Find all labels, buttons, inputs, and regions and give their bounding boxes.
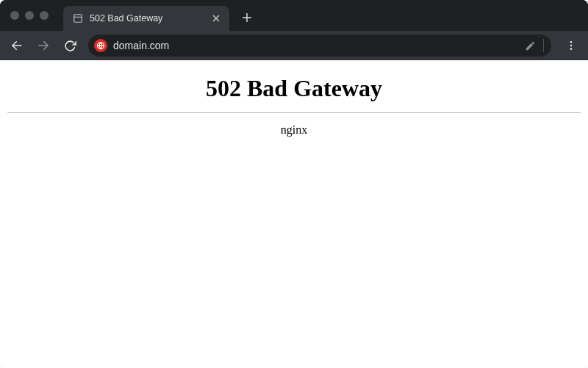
edit-url-icon[interactable] — [525, 40, 537, 51]
close-window-button[interactable] — [10, 11, 19, 20]
site-identity-icon[interactable] — [94, 39, 107, 52]
address-bar[interactable]: domain.com — [88, 35, 551, 57]
new-tab-button[interactable] — [237, 7, 257, 28]
back-button[interactable] — [6, 35, 28, 57]
page-content: 502 Bad Gateway nginx — [0, 60, 588, 368]
browser-menu-button[interactable] — [560, 35, 582, 57]
tab-bar: 502 Bad Gateway — [0, 0, 588, 31]
toolbar: domain.com — [0, 31, 588, 60]
reload-button[interactable] — [59, 35, 81, 57]
svg-point-10 — [570, 45, 573, 47]
svg-rect-0 — [74, 15, 82, 23]
address-divider — [543, 39, 544, 52]
svg-point-11 — [570, 48, 573, 50]
browser-chrome: 502 Bad Gateway — [0, 0, 588, 60]
maximize-window-button[interactable] — [40, 11, 49, 20]
error-heading: 502 Bad Gateway — [0, 75, 588, 102]
window-controls — [7, 11, 56, 20]
tab-title: 502 Bad Gateway — [90, 13, 204, 24]
tab-close-button[interactable] — [210, 12, 222, 24]
minimize-window-button[interactable] — [25, 11, 34, 20]
toolbar-right — [559, 35, 582, 57]
divider — [7, 112, 581, 113]
tab-favicon-icon — [72, 12, 84, 24]
browser-tab[interactable]: 502 Bad Gateway — [63, 6, 229, 31]
forward-button[interactable] — [32, 35, 54, 57]
svg-point-9 — [570, 41, 573, 43]
server-name: nginx — [0, 123, 588, 137]
url-text: domain.com — [113, 40, 519, 51]
